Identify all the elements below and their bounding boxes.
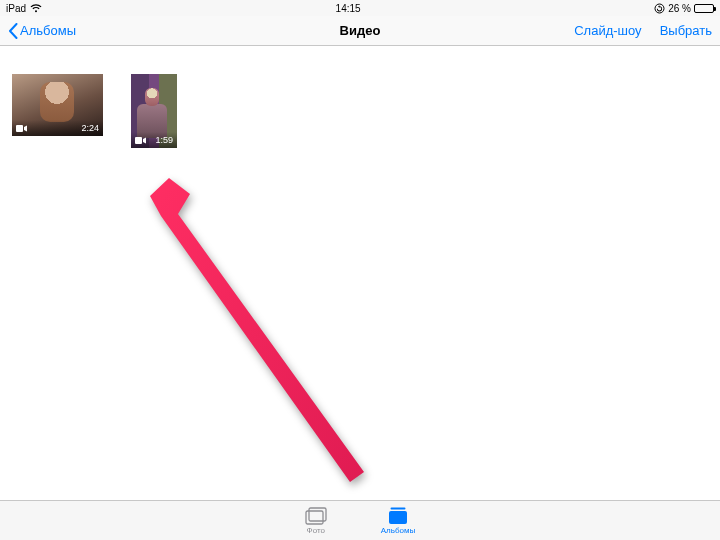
- rotation-lock-icon: [654, 3, 665, 14]
- tab-label: Альбомы: [381, 526, 415, 535]
- tab-bar: Фото Альбомы: [0, 500, 720, 540]
- annotation-arrow: [150, 178, 370, 488]
- svg-rect-6: [389, 511, 407, 524]
- albums-icon: [387, 507, 409, 525]
- battery-percent: 26 %: [668, 3, 691, 14]
- status-right: 26 %: [654, 3, 714, 14]
- video-overlay: 1:59: [131, 132, 177, 148]
- video-item[interactable]: 2:24: [12, 74, 103, 136]
- album-content: 2:24 1:59: [0, 46, 720, 500]
- tab-label: Фото: [307, 526, 325, 535]
- battery-icon: [694, 4, 714, 13]
- wifi-icon: [30, 4, 42, 13]
- status-left: iPad: [6, 3, 42, 14]
- chevron-left-icon: [8, 23, 18, 39]
- nav-bar: Альбомы Видео Слайд-шоу Выбрать: [0, 16, 720, 46]
- video-camera-icon: [135, 137, 146, 144]
- status-time: 14:15: [336, 3, 361, 14]
- status-bar: iPad 14:15 26 %: [0, 0, 720, 16]
- svg-rect-5: [390, 507, 405, 509]
- video-duration: 1:59: [155, 135, 173, 145]
- select-button[interactable]: Выбрать: [660, 23, 712, 38]
- back-label: Альбомы: [20, 23, 76, 38]
- tab-photos[interactable]: Фото: [305, 507, 327, 535]
- svg-rect-2: [135, 137, 142, 144]
- video-duration: 2:24: [81, 123, 99, 133]
- video-grid: 2:24 1:59: [0, 46, 720, 176]
- video-overlay: 2:24: [12, 120, 103, 136]
- page-title: Видео: [340, 23, 381, 38]
- slideshow-button[interactable]: Слайд-шоу: [574, 23, 641, 38]
- svg-rect-1: [16, 125, 23, 132]
- photos-icon: [305, 507, 327, 525]
- back-button[interactable]: Альбомы: [8, 23, 76, 39]
- video-camera-icon: [16, 125, 27, 132]
- tab-albums[interactable]: Альбомы: [381, 507, 415, 535]
- video-item[interactable]: 1:59: [131, 74, 177, 148]
- device-label: iPad: [6, 3, 26, 14]
